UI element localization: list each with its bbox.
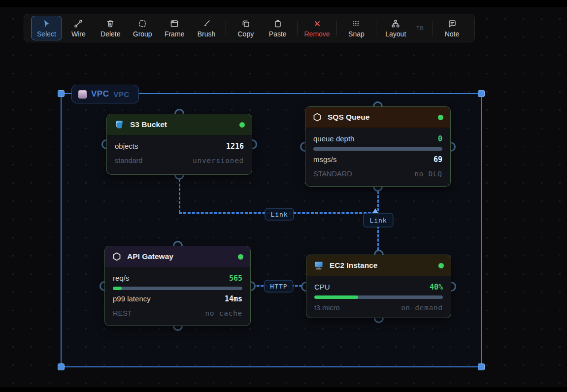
hexagon-icon	[112, 252, 122, 261]
status-dot	[438, 263, 444, 268]
metric-value: 565	[229, 274, 242, 283]
node-ec2-instance[interactable]: EC2 Instance CPU 40% t3.micro on-demand	[306, 255, 451, 318]
brush-icon	[201, 19, 211, 29]
meta-right: unversioned	[193, 157, 244, 164]
copy-icon	[241, 19, 251, 29]
frame-resize-handle-bottom-right[interactable]	[478, 363, 485, 370]
status-dot	[239, 122, 245, 128]
meta-left: t3.micro	[314, 304, 340, 312]
brush-tool-button[interactable]: Brush	[191, 16, 222, 40]
node-header[interactable]: API Gateway	[105, 246, 250, 267]
s3-bucket-icon	[114, 119, 125, 130]
metric-value: 69	[434, 155, 442, 164]
meta-left: STANDARD	[313, 170, 352, 178]
top-black-strip	[0, 0, 567, 7]
progress-row	[314, 294, 443, 300]
frame-resize-handle-top-left[interactable]	[58, 90, 65, 97]
metric-row: req/s 565	[113, 271, 242, 285]
node-s3-bucket[interactable]: S3 Bucket objects 1216 standard unversio…	[106, 114, 252, 175]
node-title: EC2 Instance	[330, 261, 377, 270]
bottom-black-strip	[0, 387, 567, 392]
note-tool-button[interactable]: Note	[436, 16, 467, 40]
metric-label: p99 latency	[113, 294, 151, 303]
metric-value: 0	[438, 134, 442, 143]
metric-value: 1216	[226, 142, 244, 151]
status-dot	[238, 254, 243, 260]
wire-icon	[73, 19, 83, 29]
cursor-icon	[41, 19, 51, 29]
wire-tool-button[interactable]: Wire	[63, 16, 94, 40]
frame-tool-button[interactable]: Frame	[159, 16, 190, 40]
meta-right: on-demand	[401, 304, 443, 312]
progress-track	[113, 287, 242, 290]
vpc-frame-label[interactable]: VPC VPC	[71, 85, 139, 103]
node-header[interactable]: EC2 Instance	[306, 255, 451, 276]
meta-row: standard unversioned	[115, 153, 244, 167]
layout-direction-badge: TB	[412, 25, 428, 31]
diagram-canvas[interactable]: VPC VPC Link Link HTTP S3 Bucket	[0, 7, 567, 387]
frame-resize-handle-top-right[interactable]	[478, 90, 485, 97]
paste-tool-button[interactable]: Paste	[262, 16, 293, 40]
node-api-gateway[interactable]: API Gateway req/s 565 p99 latency 14ms	[104, 246, 251, 326]
toolbar: Select Wire Delete Group Frame Brush Cop…	[24, 14, 475, 42]
x-icon	[312, 19, 322, 29]
group-tool-button[interactable]: Group	[127, 16, 158, 40]
layout-tree-icon	[391, 19, 400, 29]
status-dot	[438, 115, 443, 120]
metric-row: msgs/s 69	[313, 152, 442, 166]
progress-fill	[113, 287, 122, 290]
metric-row: CPU 40%	[314, 280, 443, 294]
wire-label-http[interactable]: HTTP	[264, 280, 293, 293]
progress-track	[313, 147, 442, 151]
clipboard-icon	[273, 19, 283, 29]
meta-right: no DLQ	[414, 170, 442, 178]
note-bubble-icon	[447, 19, 457, 29]
group-icon	[137, 19, 147, 29]
metric-label: CPU	[314, 283, 330, 291]
node-sqs-queue[interactable]: SQS Queue queue depth 0 msgs/s 69	[305, 106, 451, 187]
metric-label: queue depth	[313, 134, 354, 143]
progress-fill	[314, 295, 358, 299]
progress-row	[113, 285, 242, 292]
remove-tool-button[interactable]: Remove	[301, 16, 333, 40]
snap-tool-button[interactable]: Snap	[341, 16, 372, 40]
node-title: SQS Queue	[328, 113, 369, 122]
frame-type-label: VPC	[113, 90, 129, 98]
node-header[interactable]: S3 Bucket	[107, 114, 252, 135]
progress-row	[313, 146, 442, 152]
wire-arrowhead	[372, 208, 378, 213]
select-tool-button[interactable]: Select	[31, 16, 62, 40]
meta-row: t3.micro on-demand	[314, 300, 443, 315]
toolbar-separator	[432, 21, 433, 35]
node-header[interactable]: SQS Queue	[305, 107, 450, 128]
frame-title: VPC	[91, 89, 109, 99]
node-title: S3 Bucket	[130, 120, 167, 129]
toolbar-separator	[226, 21, 226, 35]
computer-icon	[313, 260, 324, 271]
trash-icon	[105, 19, 115, 29]
meta-right: no cache	[205, 309, 242, 317]
metric-value: 40%	[430, 283, 443, 292]
node-title: API Gateway	[127, 252, 173, 261]
metric-label: req/s	[113, 274, 129, 282]
metric-row: queue depth 0	[313, 131, 442, 146]
toolbar-separator	[336, 21, 337, 35]
layout-tool-button[interactable]: Layout	[380, 16, 411, 40]
frame-swatch-icon	[78, 90, 87, 98]
frame-icon	[169, 19, 179, 29]
copy-tool-button[interactable]: Copy	[230, 16, 261, 40]
progress-track	[314, 295, 443, 299]
metric-value: 14ms	[225, 294, 242, 303]
wire-label-link-2[interactable]: Link	[363, 213, 393, 228]
metric-row: p99 latency 14ms	[113, 292, 242, 306]
wire-s3-to-sqs-segment[interactable]	[179, 175, 180, 213]
snap-grid-icon	[351, 19, 361, 29]
hexagon-icon	[312, 112, 322, 122]
meta-left: REST	[113, 309, 132, 317]
delete-tool-button[interactable]: Delete	[95, 16, 126, 40]
frame-resize-handle-bottom-left[interactable]	[58, 363, 65, 370]
wire-label-link-1[interactable]: Link	[265, 208, 294, 221]
toolbar-separator	[297, 21, 298, 35]
metric-row: objects 1216	[115, 139, 244, 153]
meta-row: REST no cache	[113, 306, 242, 320]
